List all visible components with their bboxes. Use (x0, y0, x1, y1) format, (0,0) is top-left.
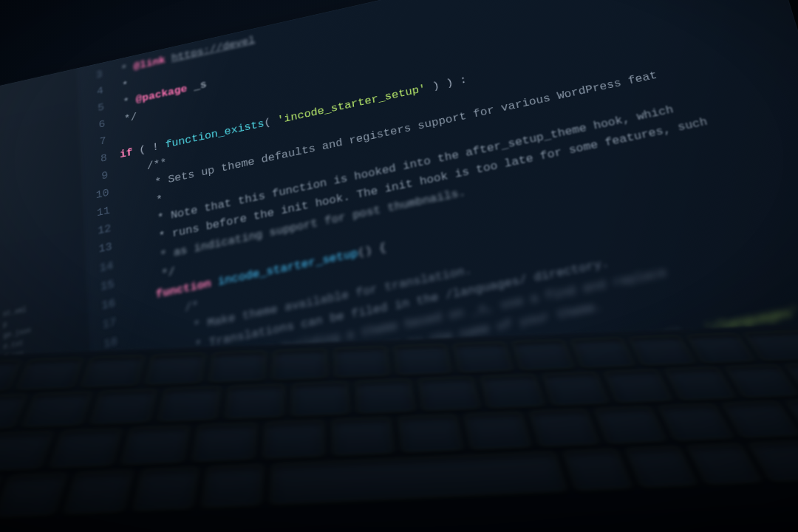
keyboard-key (16, 358, 83, 390)
keyboard-deck (0, 323, 798, 532)
code-token: _s (193, 78, 207, 92)
keyboard-key (81, 355, 144, 388)
keyboard-key (725, 364, 798, 398)
keyboard-key (529, 409, 599, 447)
keyboard-key (334, 347, 389, 378)
keyboard-key (225, 384, 284, 419)
keyboard-key (355, 379, 415, 414)
keyboard-key (480, 374, 545, 408)
code-token: ( (264, 115, 279, 129)
keyboard-key (332, 417, 395, 456)
keyboard-key (658, 403, 734, 440)
keyboard-key (145, 353, 205, 385)
keyboard-key (64, 470, 133, 514)
code-token: if (120, 145, 140, 161)
keyboard-key (394, 344, 451, 375)
keyboard-key (604, 369, 673, 403)
scene: st.xmlpge.jsone.txtd.cssscreenshot.phpds… (0, 0, 798, 532)
keyboard-key (625, 446, 698, 488)
keyboard-key (263, 420, 324, 459)
keyboard-key (158, 386, 221, 422)
keyboard-key (563, 449, 632, 491)
keyboard-key (192, 423, 257, 462)
keyboard-key (121, 426, 190, 466)
keyboard-key (398, 415, 463, 453)
code-token (129, 288, 157, 307)
keyboard-key (687, 443, 762, 485)
keyboard-key (50, 429, 122, 468)
code-token: * (115, 79, 129, 93)
keyboard-key (133, 467, 199, 511)
keyboard-key (542, 372, 609, 406)
code-token: ( ! (139, 140, 166, 157)
keyboard-key (664, 367, 736, 400)
keyboard-key (90, 389, 157, 424)
keyboard-key (202, 464, 263, 508)
keyboard-key (464, 412, 531, 449)
keyboard-key (0, 431, 53, 474)
keyboard-key (512, 340, 574, 370)
keyboard-key (270, 451, 567, 505)
keyboard-key (0, 473, 67, 517)
code-token: * (115, 61, 134, 77)
code-token: */ (117, 111, 137, 126)
keyboard-key (291, 381, 349, 416)
keyboard-key (22, 392, 92, 428)
keyboard-key (418, 377, 480, 411)
keyboard-key (209, 351, 267, 383)
keyboard-key (594, 406, 666, 444)
keyboard-key (722, 401, 798, 438)
keyboard-key (629, 335, 695, 366)
keyboard-key (272, 349, 327, 381)
keyboard-key (453, 342, 513, 373)
keyboard-key (570, 338, 635, 368)
code-token: () { (357, 241, 387, 259)
keyboard-key (686, 333, 755, 364)
code-token: * (116, 95, 136, 110)
laptop-keyboard (0, 340, 798, 532)
